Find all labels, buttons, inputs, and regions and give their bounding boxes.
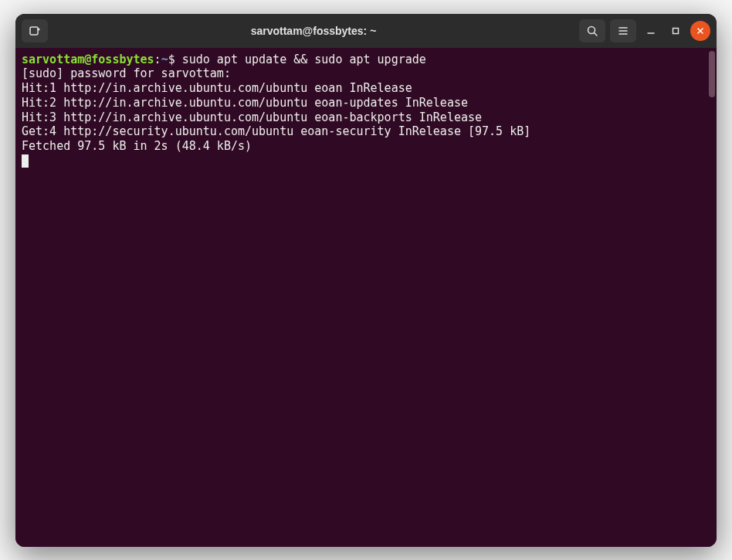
new-tab-icon	[29, 25, 41, 37]
close-icon	[696, 26, 705, 36]
prompt-dollar: $	[168, 53, 182, 66]
scrollbar-thumb[interactable]	[709, 51, 715, 97]
window-title: sarvottam@fossbytes: ~	[53, 25, 574, 37]
terminal-cursor	[22, 154, 29, 168]
command-text: sudo apt update && sudo apt upgrade	[182, 53, 426, 66]
titlebar-right	[579, 19, 710, 42]
search-icon	[586, 25, 598, 37]
hamburger-icon	[617, 25, 629, 37]
titlebar-left	[22, 19, 48, 42]
output-line: Get:4 http://security.ubuntu.com/ubuntu …	[22, 124, 530, 138]
terminal-body[interactable]: sarvottam@fossbytes:~$ sudo apt update &…	[15, 48, 717, 547]
svg-line-2	[595, 32, 598, 36]
maximize-icon	[671, 26, 680, 36]
minimize-button[interactable]	[641, 21, 661, 41]
output-line: Fetched 97.5 kB in 2s (48.4 kB/s)	[22, 139, 252, 153]
prompt-user-host: sarvottam@fossbytes	[22, 53, 154, 66]
output-line: Hit:1 http://in.archive.ubuntu.com/ubunt…	[22, 81, 412, 95]
new-tab-button[interactable]	[22, 19, 48, 42]
menu-button[interactable]	[610, 19, 636, 42]
output-line: Hit:2 http://in.archive.ubuntu.com/ubunt…	[22, 96, 468, 110]
close-button[interactable]	[690, 21, 710, 41]
prompt-path: ~	[161, 53, 168, 66]
prompt-colon: :	[154, 53, 161, 66]
svg-rect-7	[673, 28, 679, 33]
maximize-button[interactable]	[666, 21, 686, 41]
titlebar: sarvottam@fossbytes: ~	[15, 14, 717, 48]
svg-rect-0	[30, 27, 38, 35]
search-button[interactable]	[579, 19, 605, 42]
output-line: Hit:3 http://in.archive.ubuntu.com/ubunt…	[22, 110, 482, 124]
minimize-icon	[646, 26, 656, 36]
output-line: [sudo] password for sarvottam:	[22, 66, 231, 80]
terminal-window: sarvottam@fossbytes: ~	[15, 14, 717, 547]
